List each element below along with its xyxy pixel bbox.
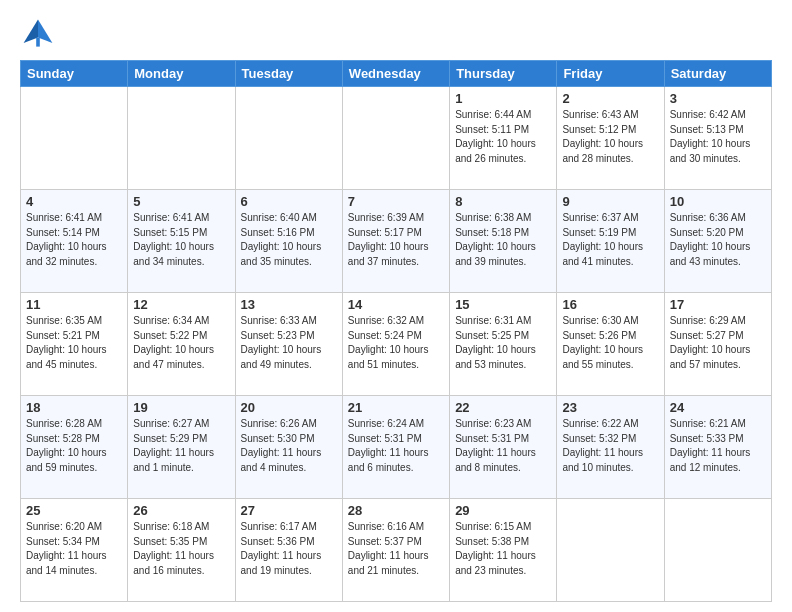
col-header-saturday: Saturday bbox=[664, 61, 771, 87]
day-info: Sunrise: 6:15 AM Sunset: 5:38 PM Dayligh… bbox=[455, 520, 551, 578]
col-header-friday: Friday bbox=[557, 61, 664, 87]
day-number: 21 bbox=[348, 400, 444, 415]
col-header-tuesday: Tuesday bbox=[235, 61, 342, 87]
logo-icon bbox=[20, 16, 56, 52]
calendar-cell: 27Sunrise: 6:17 AM Sunset: 5:36 PM Dayli… bbox=[235, 499, 342, 602]
day-info: Sunrise: 6:24 AM Sunset: 5:31 PM Dayligh… bbox=[348, 417, 444, 475]
week-row-5: 25Sunrise: 6:20 AM Sunset: 5:34 PM Dayli… bbox=[21, 499, 772, 602]
day-info: Sunrise: 6:42 AM Sunset: 5:13 PM Dayligh… bbox=[670, 108, 766, 166]
day-info: Sunrise: 6:31 AM Sunset: 5:25 PM Dayligh… bbox=[455, 314, 551, 372]
day-number: 2 bbox=[562, 91, 658, 106]
calendar-cell bbox=[128, 87, 235, 190]
calendar-cell: 15Sunrise: 6:31 AM Sunset: 5:25 PM Dayli… bbox=[450, 293, 557, 396]
calendar-cell: 6Sunrise: 6:40 AM Sunset: 5:16 PM Daylig… bbox=[235, 190, 342, 293]
calendar-cell bbox=[664, 499, 771, 602]
calendar-cell: 2Sunrise: 6:43 AM Sunset: 5:12 PM Daylig… bbox=[557, 87, 664, 190]
day-info: Sunrise: 6:23 AM Sunset: 5:31 PM Dayligh… bbox=[455, 417, 551, 475]
col-header-thursday: Thursday bbox=[450, 61, 557, 87]
day-info: Sunrise: 6:22 AM Sunset: 5:32 PM Dayligh… bbox=[562, 417, 658, 475]
calendar-cell: 17Sunrise: 6:29 AM Sunset: 5:27 PM Dayli… bbox=[664, 293, 771, 396]
calendar-cell: 23Sunrise: 6:22 AM Sunset: 5:32 PM Dayli… bbox=[557, 396, 664, 499]
calendar-cell: 28Sunrise: 6:16 AM Sunset: 5:37 PM Dayli… bbox=[342, 499, 449, 602]
day-info: Sunrise: 6:37 AM Sunset: 5:19 PM Dayligh… bbox=[562, 211, 658, 269]
day-info: Sunrise: 6:30 AM Sunset: 5:26 PM Dayligh… bbox=[562, 314, 658, 372]
calendar-cell: 13Sunrise: 6:33 AM Sunset: 5:23 PM Dayli… bbox=[235, 293, 342, 396]
day-number: 11 bbox=[26, 297, 122, 312]
day-number: 9 bbox=[562, 194, 658, 209]
calendar-cell: 10Sunrise: 6:36 AM Sunset: 5:20 PM Dayli… bbox=[664, 190, 771, 293]
day-number: 12 bbox=[133, 297, 229, 312]
calendar-cell: 11Sunrise: 6:35 AM Sunset: 5:21 PM Dayli… bbox=[21, 293, 128, 396]
week-row-3: 11Sunrise: 6:35 AM Sunset: 5:21 PM Dayli… bbox=[21, 293, 772, 396]
day-info: Sunrise: 6:35 AM Sunset: 5:21 PM Dayligh… bbox=[26, 314, 122, 372]
calendar-cell bbox=[342, 87, 449, 190]
calendar-cell: 5Sunrise: 6:41 AM Sunset: 5:15 PM Daylig… bbox=[128, 190, 235, 293]
day-info: Sunrise: 6:29 AM Sunset: 5:27 PM Dayligh… bbox=[670, 314, 766, 372]
day-info: Sunrise: 6:27 AM Sunset: 5:29 PM Dayligh… bbox=[133, 417, 229, 475]
day-number: 29 bbox=[455, 503, 551, 518]
day-info: Sunrise: 6:33 AM Sunset: 5:23 PM Dayligh… bbox=[241, 314, 337, 372]
day-number: 14 bbox=[348, 297, 444, 312]
day-number: 4 bbox=[26, 194, 122, 209]
calendar-cell: 29Sunrise: 6:15 AM Sunset: 5:38 PM Dayli… bbox=[450, 499, 557, 602]
calendar-cell: 19Sunrise: 6:27 AM Sunset: 5:29 PM Dayli… bbox=[128, 396, 235, 499]
day-number: 1 bbox=[455, 91, 551, 106]
day-number: 8 bbox=[455, 194, 551, 209]
calendar-cell: 12Sunrise: 6:34 AM Sunset: 5:22 PM Dayli… bbox=[128, 293, 235, 396]
day-number: 25 bbox=[26, 503, 122, 518]
calendar-cell: 9Sunrise: 6:37 AM Sunset: 5:19 PM Daylig… bbox=[557, 190, 664, 293]
day-number: 5 bbox=[133, 194, 229, 209]
calendar-cell: 1Sunrise: 6:44 AM Sunset: 5:11 PM Daylig… bbox=[450, 87, 557, 190]
day-info: Sunrise: 6:26 AM Sunset: 5:30 PM Dayligh… bbox=[241, 417, 337, 475]
day-number: 13 bbox=[241, 297, 337, 312]
day-info: Sunrise: 6:41 AM Sunset: 5:14 PM Dayligh… bbox=[26, 211, 122, 269]
day-info: Sunrise: 6:32 AM Sunset: 5:24 PM Dayligh… bbox=[348, 314, 444, 372]
calendar-cell: 7Sunrise: 6:39 AM Sunset: 5:17 PM Daylig… bbox=[342, 190, 449, 293]
calendar-cell: 21Sunrise: 6:24 AM Sunset: 5:31 PM Dayli… bbox=[342, 396, 449, 499]
calendar-table: SundayMondayTuesdayWednesdayThursdayFrid… bbox=[20, 60, 772, 602]
day-info: Sunrise: 6:28 AM Sunset: 5:28 PM Dayligh… bbox=[26, 417, 122, 475]
calendar-cell: 25Sunrise: 6:20 AM Sunset: 5:34 PM Dayli… bbox=[21, 499, 128, 602]
logo bbox=[20, 16, 60, 52]
calendar-cell: 22Sunrise: 6:23 AM Sunset: 5:31 PM Dayli… bbox=[450, 396, 557, 499]
calendar-cell bbox=[557, 499, 664, 602]
day-number: 17 bbox=[670, 297, 766, 312]
day-number: 7 bbox=[348, 194, 444, 209]
day-number: 23 bbox=[562, 400, 658, 415]
week-row-1: 1Sunrise: 6:44 AM Sunset: 5:11 PM Daylig… bbox=[21, 87, 772, 190]
calendar-cell: 20Sunrise: 6:26 AM Sunset: 5:30 PM Dayli… bbox=[235, 396, 342, 499]
page: SundayMondayTuesdayWednesdayThursdayFrid… bbox=[0, 0, 792, 612]
week-row-2: 4Sunrise: 6:41 AM Sunset: 5:14 PM Daylig… bbox=[21, 190, 772, 293]
day-info: Sunrise: 6:34 AM Sunset: 5:22 PM Dayligh… bbox=[133, 314, 229, 372]
col-header-wednesday: Wednesday bbox=[342, 61, 449, 87]
svg-marker-0 bbox=[38, 20, 52, 43]
week-row-4: 18Sunrise: 6:28 AM Sunset: 5:28 PM Dayli… bbox=[21, 396, 772, 499]
calendar-cell: 14Sunrise: 6:32 AM Sunset: 5:24 PM Dayli… bbox=[342, 293, 449, 396]
day-number: 6 bbox=[241, 194, 337, 209]
day-info: Sunrise: 6:17 AM Sunset: 5:36 PM Dayligh… bbox=[241, 520, 337, 578]
day-number: 24 bbox=[670, 400, 766, 415]
calendar-cell: 16Sunrise: 6:30 AM Sunset: 5:26 PM Dayli… bbox=[557, 293, 664, 396]
day-info: Sunrise: 6:16 AM Sunset: 5:37 PM Dayligh… bbox=[348, 520, 444, 578]
day-number: 18 bbox=[26, 400, 122, 415]
col-header-monday: Monday bbox=[128, 61, 235, 87]
calendar-cell: 8Sunrise: 6:38 AM Sunset: 5:18 PM Daylig… bbox=[450, 190, 557, 293]
calendar-cell bbox=[21, 87, 128, 190]
calendar-cell: 18Sunrise: 6:28 AM Sunset: 5:28 PM Dayli… bbox=[21, 396, 128, 499]
day-info: Sunrise: 6:41 AM Sunset: 5:15 PM Dayligh… bbox=[133, 211, 229, 269]
calendar-cell: 24Sunrise: 6:21 AM Sunset: 5:33 PM Dayli… bbox=[664, 396, 771, 499]
day-info: Sunrise: 6:18 AM Sunset: 5:35 PM Dayligh… bbox=[133, 520, 229, 578]
calendar-cell: 3Sunrise: 6:42 AM Sunset: 5:13 PM Daylig… bbox=[664, 87, 771, 190]
day-info: Sunrise: 6:38 AM Sunset: 5:18 PM Dayligh… bbox=[455, 211, 551, 269]
day-number: 16 bbox=[562, 297, 658, 312]
day-info: Sunrise: 6:39 AM Sunset: 5:17 PM Dayligh… bbox=[348, 211, 444, 269]
day-number: 26 bbox=[133, 503, 229, 518]
svg-marker-1 bbox=[24, 20, 38, 43]
col-header-sunday: Sunday bbox=[21, 61, 128, 87]
day-number: 19 bbox=[133, 400, 229, 415]
day-info: Sunrise: 6:43 AM Sunset: 5:12 PM Dayligh… bbox=[562, 108, 658, 166]
day-number: 28 bbox=[348, 503, 444, 518]
svg-rect-2 bbox=[36, 38, 40, 47]
header bbox=[20, 16, 772, 52]
calendar-cell: 4Sunrise: 6:41 AM Sunset: 5:14 PM Daylig… bbox=[21, 190, 128, 293]
